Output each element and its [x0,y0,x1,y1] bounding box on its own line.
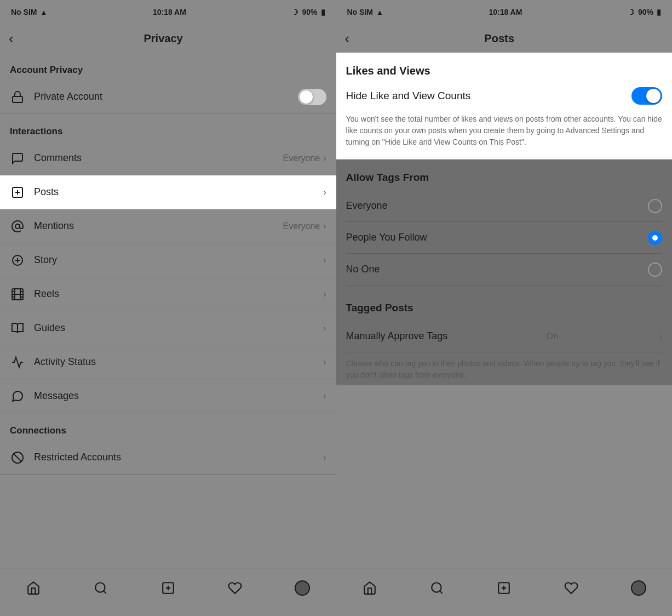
svg-point-18 [95,583,105,592]
people-you-follow-option[interactable]: People You Follow [346,222,663,254]
right-status-left: No SIM ▲ [347,8,383,16]
right-nav-title: Posts [356,32,642,45]
reels-label: Reels [34,288,323,300]
mentions-chevron: › [323,221,326,231]
no-one-radio[interactable] [648,263,662,277]
svg-point-4 [15,224,20,229]
status-right: ☽ 90% ▮ [291,8,325,16]
left-tab-search[interactable] [88,575,114,601]
posts-label: Posts [34,186,323,198]
manually-approve-label: Manually Approve Tags [346,330,448,342]
everyone-label: Everyone [346,200,388,212]
right-battery-label: 90% [638,8,653,16]
battery-icon: ▮ [321,8,325,16]
posts-chevron: › [323,187,326,197]
left-profile-avatar [295,580,310,596]
right-tab-search[interactable] [424,575,450,601]
story-label: Story [34,254,323,266]
hide-counts-label: Hide Like and View Counts [346,90,632,102]
left-status-bar: No SIM ▲ 10:18 AM ☽ 90% ▮ [0,0,336,24]
people-follow-radio[interactable] [648,231,662,245]
right-back-button[interactable]: ‹ [345,30,350,47]
people-follow-label: People You Follow [346,232,427,243]
left-back-button[interactable]: ‹ [9,30,14,47]
left-tab-plus[interactable] [155,575,181,601]
left-scroll-content: Account Privacy Private Account Interact… [0,53,336,568]
story-chevron: › [323,255,326,265]
private-account-item[interactable]: Private Account [0,80,336,114]
restricted-chevron: › [323,453,326,463]
right-tab-plus[interactable] [491,575,517,601]
battery-label: 90% [302,8,317,16]
right-moon-icon: ☽ [628,8,635,16]
story-icon [10,253,25,268]
moon-icon: ☽ [291,8,298,16]
guides-item[interactable]: Guides › [0,311,336,345]
right-tab-heart[interactable] [558,575,584,601]
allow-tags-title: Allow Tags From [346,172,663,184]
messages-icon [10,389,25,404]
right-scroll-content: Likes and Views Hide Like and View Count… [336,53,673,568]
no-one-option[interactable]: No One [346,254,663,286]
reels-item[interactable]: Reels › [0,277,336,311]
right-carrier-label: No SIM [347,8,373,16]
likes-views-title: Likes and Views [346,65,663,77]
messages-label: Messages [34,390,323,402]
hide-counts-knob [646,89,660,103]
likes-views-section: Likes and Views Hide Like and View Count… [336,53,673,159]
mentions-value: Everyone [283,221,320,231]
time-label: 10:18 AM [153,8,186,16]
messages-item[interactable]: Messages › [0,379,336,413]
manually-approve-chevron: › [659,332,662,341]
lock-icon [10,89,25,105]
left-tab-bar [0,568,336,616]
carrier-label: No SIM [11,8,37,16]
hide-counts-description: You won't see the total number of likes … [346,113,663,148]
mentions-item[interactable]: Mentions Everyone › [0,209,336,243]
connections-header: Connections [0,413,336,441]
private-account-toggle[interactable] [298,89,326,105]
right-tab-home[interactable] [357,575,383,601]
guides-label: Guides [34,322,323,334]
tagged-posts-section: Tagged Posts Manually Approve Tags On › … [336,290,673,385]
left-tab-home[interactable] [20,575,47,601]
right-status-bar: No SIM ▲ 10:18 AM ☽ 90% ▮ [336,0,673,24]
right-tab-profile[interactable] [625,575,652,601]
posts-item[interactable]: Posts › [0,175,336,209]
left-tab-heart[interactable] [222,575,248,601]
guides-chevron: › [323,323,326,333]
right-nav-bar: ‹ Posts [336,24,673,53]
right-phone: No SIM ▲ 10:18 AM ☽ 90% ▮ ‹ Posts Likes … [336,0,673,616]
manually-approve-row[interactable]: Manually Approve Tags On › [346,321,663,352]
story-item[interactable]: Story › [0,243,336,277]
activity-status-chevron: › [323,357,326,367]
interactions-header: Interactions [0,114,336,141]
svg-line-17 [14,453,21,461]
right-time-label: 10:18 AM [489,8,522,16]
activity-status-item[interactable]: Activity Status › [0,345,336,379]
restricted-accounts-item[interactable]: Restricted Accounts › [0,441,336,475]
status-left: No SIM ▲ [11,8,47,16]
restricted-accounts-label: Restricted Accounts [34,452,323,463]
no-one-label: No One [346,264,380,275]
account-privacy-header: Account Privacy [0,53,336,80]
wifi-icon: ▲ [40,8,47,16]
comments-item[interactable]: Comments Everyone › [0,141,336,175]
reels-icon [10,287,25,302]
right-status-right: ☽ 90% ▮ [628,8,661,16]
restricted-icon [10,450,25,465]
tagged-description: Choose who can tag you in their photos a… [346,352,663,381]
comments-chevron: › [323,153,326,163]
everyone-option[interactable]: Everyone [346,190,663,222]
everyone-radio[interactable] [648,199,662,213]
tagged-posts-title: Tagged Posts [346,302,663,314]
left-phone: No SIM ▲ 10:18 AM ☽ 90% ▮ ‹ Privacy Acco… [0,0,336,616]
svg-line-24 [440,591,443,594]
left-nav-title: Privacy [20,32,307,45]
mentions-label: Mentions [34,220,283,232]
hide-counts-toggle[interactable] [631,87,662,105]
svg-point-23 [432,583,441,592]
left-tab-profile[interactable] [289,575,315,601]
messages-chevron: › [323,391,326,401]
left-nav-bar: ‹ Privacy [0,24,336,53]
